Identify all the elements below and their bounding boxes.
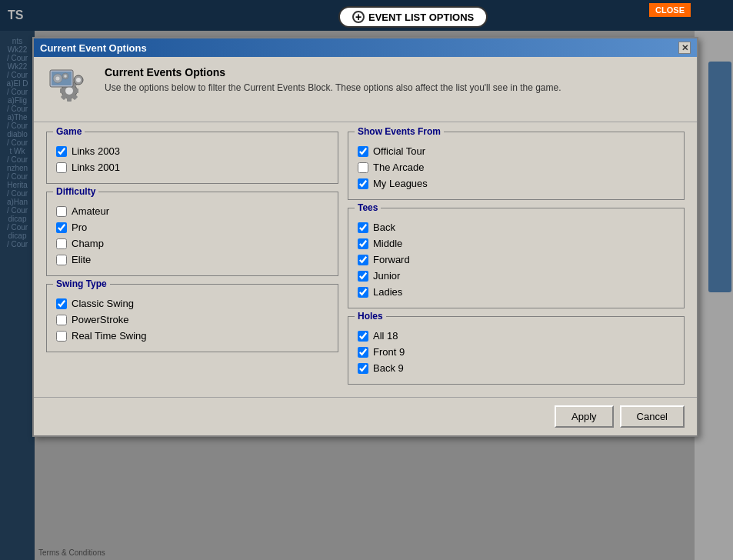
swing-realtime-checkbox[interactable] [56, 331, 67, 342]
swing-classic-checkbox[interactable] [56, 298, 67, 309]
holes-legend: Holes [355, 311, 386, 322]
swing-classic-label: Classic Swing [72, 298, 134, 309]
holes-group: Holes All 18 Front 9 Back 9 [348, 316, 685, 385]
svg-point-15 [56, 77, 60, 81]
show-my-leagues-row: My Leagues [358, 175, 675, 192]
difficulty-group: Difficulty Amateur Pro Champ [46, 192, 338, 276]
svg-rect-4 [60, 88, 65, 93]
show-my-leagues-checkbox[interactable] [358, 178, 368, 189]
tees-junior-row: Junior [358, 268, 675, 284]
swing-type-group: Swing Type Classic Swing PowerStroke Rea… [46, 284, 338, 352]
diff-champ-checkbox[interactable] [56, 238, 67, 249]
svg-rect-3 [67, 96, 72, 102]
tees-junior-checkbox[interactable] [358, 271, 368, 282]
holes-all18-checkbox[interactable] [358, 331, 368, 342]
show-events-legend: Show Events From [355, 126, 444, 137]
holes-front9-checkbox[interactable] [358, 347, 368, 358]
header-text: Current Events Options Use the options b… [105, 66, 685, 95]
cancel-button[interactable]: Cancel [620, 405, 685, 428]
tees-junior-label: Junior [373, 270, 400, 282]
show-official-tour-checkbox[interactable] [358, 146, 368, 157]
show-official-tour-label: Official Tour [373, 145, 425, 157]
holes-back9-row: Back 9 [358, 360, 675, 376]
holes-all18-label: All 18 [373, 330, 398, 342]
header-description: Use the options below to filter the Curr… [105, 82, 685, 95]
tees-middle-checkbox[interactable] [358, 238, 368, 249]
orange-button[interactable]: CLOSE [649, 3, 691, 17]
svg-rect-5 [73, 88, 78, 93]
holes-back9-checkbox[interactable] [358, 363, 368, 374]
game-group: Game Links 2003 Links 2001 [46, 132, 338, 184]
plus-circle-icon: + [352, 11, 365, 23]
tees-back-checkbox[interactable] [358, 222, 368, 233]
swing-type-options: Classic Swing PowerStroke Real Time Swin… [56, 295, 328, 344]
swing-powerstroke-checkbox[interactable] [56, 315, 67, 325]
swing-classic-row: Classic Swing [56, 295, 328, 312]
tees-forward-checkbox[interactable] [358, 255, 368, 265]
tees-back-row: Back [358, 219, 675, 235]
game-options: Links 2003 Links 2001 [56, 143, 328, 175]
apply-button[interactable]: Apply [555, 405, 614, 428]
tees-forward-row: Forward [358, 252, 675, 268]
tees-ladies-label: Ladies [373, 286, 402, 298]
show-official-tour-row: Official Tour [358, 143, 675, 159]
swing-realtime-row: Real Time Swing [56, 328, 328, 344]
show-events-options: Official Tour The Arcade My Leagues [358, 143, 675, 192]
swing-type-legend: Swing Type [53, 278, 110, 289]
tees-middle-label: Middle [373, 238, 402, 249]
diff-champ-row: Champ [56, 235, 328, 252]
game-legend: Game [53, 126, 85, 137]
modal-titlebar: Current Event Options ✕ [34, 38, 697, 57]
diff-pro-row: Pro [56, 219, 328, 235]
game-links2003-checkbox[interactable] [56, 146, 67, 157]
show-arcade-row: The Arcade [358, 159, 675, 175]
diff-elite-checkbox[interactable] [56, 255, 67, 265]
holes-all18-row: All 18 [358, 328, 675, 344]
diff-amateur-checkbox[interactable] [56, 206, 67, 217]
holes-front9-row: Front 9 [358, 344, 675, 360]
tees-ladies-row: Ladies [358, 284, 675, 300]
diff-champ-label: Champ [72, 238, 104, 249]
svg-point-17 [64, 75, 67, 78]
game-links2003-label: Links 2003 [72, 145, 120, 157]
game-links2001-label: Links 2001 [72, 162, 120, 173]
modal-header: Current Events Options Use the options b… [34, 57, 697, 122]
tees-group: Tees Back Middle Forward [348, 208, 685, 308]
show-arcade-checkbox[interactable] [358, 162, 368, 173]
holes-back9-label: Back 9 [373, 362, 404, 374]
modal-title: Current Event Options [40, 42, 147, 54]
right-column: Show Events From Official Tour The Arcad… [348, 132, 685, 385]
swing-realtime-label: Real Time Swing [72, 330, 147, 342]
tees-middle-row: Middle [358, 235, 675, 252]
show-arcade-label: The Arcade [373, 162, 425, 173]
diff-amateur-row: Amateur [56, 203, 328, 219]
holes-front9-label: Front 9 [373, 346, 405, 358]
left-column: Game Links 2003 Links 2001 Difficulty [46, 132, 338, 385]
modal-footer: Apply Cancel [34, 397, 697, 435]
swing-powerstroke-row: PowerStroke [56, 312, 328, 328]
tees-options: Back Middle Forward Junior [358, 219, 675, 300]
svg-point-1 [65, 87, 73, 95]
diff-elite-row: Elite [56, 252, 328, 268]
diff-pro-label: Pro [72, 222, 87, 233]
tees-back-label: Back [373, 222, 395, 233]
event-list-options-label: EVENT LIST OPTIONS [368, 12, 474, 23]
difficulty-legend: Difficulty [53, 186, 98, 197]
game-links2001-checkbox[interactable] [56, 162, 67, 173]
svg-point-11 [76, 78, 81, 82]
game-links2001-row: Links 2001 [56, 159, 328, 175]
tees-legend: Tees [355, 202, 381, 213]
tees-ladies-checkbox[interactable] [358, 287, 368, 298]
tees-forward-label: Forward [373, 254, 410, 265]
modal-dialog: Current Event Options ✕ [32, 37, 698, 437]
modal-content: Game Links 2003 Links 2001 Difficulty [34, 122, 697, 397]
header-title: Current Events Options [105, 66, 685, 78]
modal-close-button[interactable]: ✕ [678, 42, 691, 54]
show-my-leagues-label: My Leagues [373, 178, 428, 189]
diff-pro-checkbox[interactable] [56, 222, 67, 233]
difficulty-options: Amateur Pro Champ Elite [56, 203, 328, 268]
swing-powerstroke-label: PowerStroke [72, 314, 128, 325]
diff-amateur-label: Amateur [72, 205, 109, 217]
event-list-options-button[interactable]: + EVENT LIST OPTIONS [338, 6, 488, 28]
show-events-group: Show Events From Official Tour The Arcad… [348, 132, 685, 200]
